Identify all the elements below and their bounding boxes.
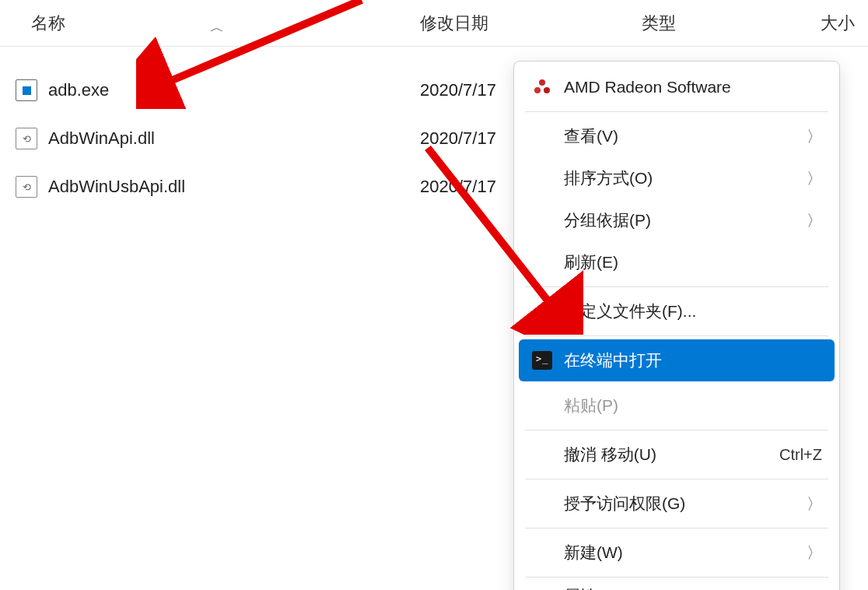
menu-label: 新建(W) [564,542,807,564]
menu-label: 授予访问权限(G) [564,493,807,514]
menu-item-group[interactable]: 分组依据(P) 〉 [519,199,835,241]
menu-label: 自定义文件夹(F)... [564,300,822,322]
chevron-right-icon: 〉 [807,543,822,564]
header-type[interactable]: 类型 [634,12,813,35]
svg-point-2 [544,87,550,93]
menu-item-paste: 粘贴(P) [519,385,835,427]
amd-icon [528,77,556,97]
svg-point-1 [534,87,541,93]
file-date: 2020/7/17 [420,177,496,196]
menu-separator [525,335,828,336]
file-name: AdbWinApi.dll [48,128,155,149]
menu-label: 属性(R) [564,585,822,590]
menu-separator [525,430,828,430]
menu-item-undo[interactable]: 撤消 移动(U) Ctrl+Z [519,434,835,476]
header-name-label: 名称 [31,12,65,35]
menu-label: 排序方式(O) [564,167,807,189]
context-menu: AMD Radeon Software 查看(V) 〉 排序方式(O) 〉 分组… [513,61,840,590]
menu-label: 查看(V) [564,125,807,147]
header-date[interactable]: 修改日期 [404,12,634,35]
menu-item-sort[interactable]: 排序方式(O) 〉 [519,157,835,199]
menu-shortcut: Ctrl+Z [779,446,822,464]
menu-item-amd[interactable]: AMD Radeon Software [519,66,835,108]
svg-point-0 [539,79,545,86]
menu-label: 撤消 移动(U) [564,444,779,465]
header-size[interactable]: 大小 [813,12,868,35]
header-type-label: 类型 [642,13,676,33]
menu-separator [525,528,828,529]
menu-label: 在终端中打开 [564,349,822,371]
file-name: AdbWinUsbApi.dll [48,177,185,197]
menu-item-properties[interactable]: 属性(R) [519,581,835,590]
sort-chevron-icon: ︿ [210,18,224,37]
menu-separator [525,111,828,112]
menu-item-open-terminal[interactable]: 在终端中打开 [519,339,835,381]
menu-label: 粘贴(P) [564,395,822,416]
header-size-label: 大小 [821,13,855,33]
menu-item-new[interactable]: 新建(W) 〉 [519,532,835,574]
menu-item-refresh[interactable]: 刷新(E) [519,241,835,283]
menu-separator [525,286,828,287]
header-date-label: 修改日期 [420,13,488,33]
exe-icon [16,79,37,101]
chevron-right-icon: 〉 [807,126,822,147]
menu-label: AMD Radeon Software [564,78,822,97]
menu-separator [525,577,828,578]
terminal-icon [528,351,556,370]
menu-separator [525,479,828,479]
file-date: 2020/7/17 [420,128,496,148]
menu-item-customize[interactable]: 自定义文件夹(F)... [519,290,835,332]
menu-label: 刷新(E) [564,251,822,273]
chevron-right-icon: 〉 [807,493,822,514]
menu-item-view[interactable]: 查看(V) 〉 [519,115,835,157]
menu-item-grant-access[interactable]: 授予访问权限(G) 〉 [519,483,835,525]
menu-label: 分组依据(P) [564,209,807,231]
file-name: adb.exe [48,80,109,100]
column-headers: 名称 ︿ 修改日期 类型 大小 [0,0,868,47]
file-date: 2020/7/17 [420,80,496,100]
header-name[interactable]: 名称 ︿ [0,12,404,35]
dll-icon [16,176,37,198]
chevron-right-icon: 〉 [807,168,822,189]
chevron-right-icon: 〉 [807,210,822,231]
dll-icon [16,128,37,149]
